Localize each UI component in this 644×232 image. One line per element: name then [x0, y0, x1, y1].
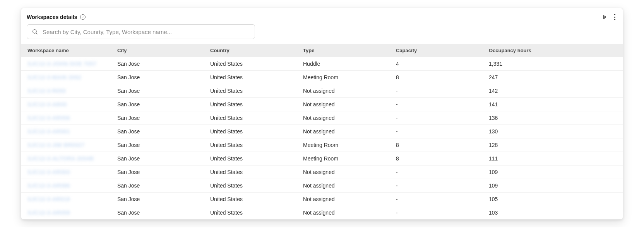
- panel-title-wrap: Workspaces details i: [27, 14, 86, 20]
- cell-workspace-name: SJC12-3-JOHN DOE 7057: [21, 57, 114, 71]
- cell-city: San Jose: [114, 111, 207, 125]
- cell-city: San Jose: [114, 84, 207, 98]
- cell-country: United States: [207, 165, 300, 179]
- cell-type: Meeting Room: [300, 71, 393, 84]
- cell-type: Meeting Room: [300, 138, 393, 152]
- cell-occupancy: 1,331: [486, 57, 623, 71]
- table-row[interactable]: SJC12-3-AR086San JoseUnited StatesNot as…: [21, 179, 623, 193]
- table-row[interactable]: SJC12-3-AR019San JoseUnited StatesNot as…: [21, 193, 623, 206]
- table-header-row: Workspace name City Country Type Capacit…: [21, 44, 623, 57]
- svg-line-1: [36, 33, 37, 34]
- cell-type: Not assigned: [300, 193, 393, 206]
- cell-capacity: 8: [393, 138, 486, 152]
- cell-country: United States: [207, 138, 300, 152]
- col-header-city[interactable]: City: [114, 44, 207, 57]
- table-row[interactable]: SJC12-3-JIM BR0027San JoseUnited StatesM…: [21, 138, 623, 152]
- cell-occupancy: 130: [486, 125, 623, 138]
- cell-country: United States: [207, 179, 300, 193]
- col-header-occupancy[interactable]: Occupancy hours: [486, 44, 623, 57]
- col-header-capacity[interactable]: Capacity: [393, 44, 486, 57]
- cell-country: United States: [207, 98, 300, 111]
- cell-workspace-name: SJC12-3-AR063: [21, 165, 114, 179]
- cell-capacity: 8: [393, 152, 486, 165]
- cell-city: San Jose: [114, 98, 207, 111]
- cell-occupancy: 136: [486, 111, 623, 125]
- cell-city: San Jose: [114, 165, 207, 179]
- cell-capacity: -: [393, 111, 486, 125]
- cell-occupancy: 109: [486, 179, 623, 193]
- table-row[interactable]: SJC12-3-AR059San JoseUnited StatesNot as…: [21, 206, 623, 220]
- cell-occupancy: 142: [486, 84, 623, 98]
- search-input[interactable]: [43, 29, 250, 35]
- cell-city: San Jose: [114, 206, 207, 220]
- cell-type: Not assigned: [300, 179, 393, 193]
- cell-capacity: -: [393, 125, 486, 138]
- cell-type: Not assigned: [300, 206, 393, 220]
- cell-occupancy: 105: [486, 193, 623, 206]
- cell-occupancy: 247: [486, 71, 623, 84]
- cell-city: San Jose: [114, 57, 207, 71]
- cell-occupancy: 103: [486, 206, 623, 220]
- cell-country: United States: [207, 84, 300, 98]
- cell-capacity: 4: [393, 57, 486, 71]
- cell-city: San Jose: [114, 179, 207, 193]
- table-row[interactable]: SJC12-3-AR061San JoseUnited StatesNot as…: [21, 125, 623, 138]
- col-header-type[interactable]: Type: [300, 44, 393, 57]
- panel-actions: [599, 14, 617, 20]
- table-row[interactable]: SJC12-3-JOHN DOE 7057San JoseUnited Stat…: [21, 57, 623, 71]
- cell-type: Not assigned: [300, 165, 393, 179]
- cell-city: San Jose: [114, 138, 207, 152]
- table-row[interactable]: SJC12-3-MAIN 2062San JoseUnited StatesMe…: [21, 71, 623, 84]
- cell-capacity: -: [393, 179, 486, 193]
- col-header-name[interactable]: Workspace name: [21, 44, 114, 57]
- cell-occupancy: 141: [486, 98, 623, 111]
- info-icon[interactable]: i: [80, 14, 86, 20]
- cell-capacity: -: [393, 84, 486, 98]
- table-row[interactable]: SJC12-3-R050San JoseUnited StatesNot ass…: [21, 84, 623, 98]
- cell-city: San Jose: [114, 125, 207, 138]
- panel-header: Workspaces details i: [21, 14, 623, 24]
- cell-workspace-name: SJC12-3-AR019: [21, 193, 114, 206]
- cell-capacity: 8: [393, 71, 486, 84]
- cell-type: Huddle: [300, 57, 393, 71]
- cell-country: United States: [207, 152, 300, 165]
- cell-country: United States: [207, 193, 300, 206]
- cell-occupancy: 111: [486, 152, 623, 165]
- more-menu-icon[interactable]: [612, 14, 617, 20]
- col-header-country[interactable]: Country: [207, 44, 300, 57]
- panel-title: Workspaces details: [27, 14, 77, 20]
- cell-occupancy: 109: [486, 165, 623, 179]
- table-row[interactable]: SJC12-3-AB00San JoseUnited StatesNot ass…: [21, 98, 623, 111]
- workspaces-table: Workspace name City Country Type Capacit…: [21, 44, 623, 219]
- cell-workspace-name: SJC12-3-ALTORA 2004B: [21, 152, 114, 165]
- cell-workspace-name: SJC12-3-AR061: [21, 125, 114, 138]
- cell-capacity: -: [393, 98, 486, 111]
- search-row: [21, 24, 623, 44]
- cell-capacity: -: [393, 206, 486, 220]
- cell-type: Not assigned: [300, 111, 393, 125]
- search-box[interactable]: [27, 24, 255, 39]
- cell-occupancy: 128: [486, 138, 623, 152]
- cell-city: San Jose: [114, 71, 207, 84]
- table-row[interactable]: SJC12-3-ALTORA 2004BSan JoseUnited State…: [21, 152, 623, 165]
- cell-city: San Jose: [114, 193, 207, 206]
- table-row[interactable]: SJC12-3-AR056San JoseUnited StatesNot as…: [21, 111, 623, 125]
- cell-country: United States: [207, 71, 300, 84]
- cell-workspace-name: SJC12-3-AB00: [21, 98, 114, 111]
- cell-type: Not assigned: [300, 84, 393, 98]
- cell-type: Not assigned: [300, 125, 393, 138]
- cell-workspace-name: SJC12-3-R050: [21, 84, 114, 98]
- megaphone-icon[interactable]: [599, 14, 606, 20]
- cell-country: United States: [207, 57, 300, 71]
- cell-country: United States: [207, 206, 300, 220]
- table-row[interactable]: SJC12-3-AR063San JoseUnited StatesNot as…: [21, 165, 623, 179]
- cell-workspace-name: SJC12-3-AR059: [21, 206, 114, 220]
- cell-capacity: -: [393, 165, 486, 179]
- svg-point-0: [33, 30, 36, 33]
- cell-type: Not assigned: [300, 98, 393, 111]
- cell-country: United States: [207, 125, 300, 138]
- cell-workspace-name: SJC12-3-AR056: [21, 111, 114, 125]
- cell-workspace-name: SJC12-3-JIM BR0027: [21, 138, 114, 152]
- cell-workspace-name: SJC12-3-AR086: [21, 179, 114, 193]
- cell-city: San Jose: [114, 152, 207, 165]
